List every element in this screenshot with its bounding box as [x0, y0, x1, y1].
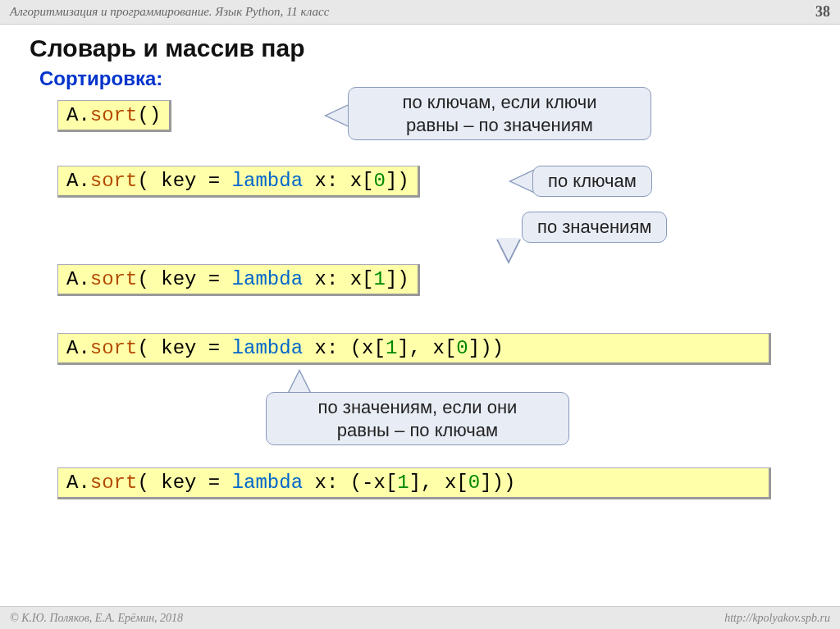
copyright: © К.Ю. Поляков, Е.А. Ерёмин, 2018 [10, 612, 183, 625]
footer-bar: © К.Ю. Поляков, Е.А. Ерёмин, 2018 http:/… [0, 606, 840, 629]
course-label: Алгоритмизация и программирование. Язык … [10, 5, 329, 19]
code-sort-neg-tuple: A.sort( key = lambda x: (-x[1], x[0])) [57, 467, 771, 499]
header-bar: Алгоритмизация и программирование. Язык … [0, 0, 840, 25]
callout-bykey: по ключам [532, 166, 652, 197]
code-sort-key1: A.sort( key = lambda x: x[1]) [57, 264, 420, 296]
code-sort-tuple: A.sort( key = lambda x: (x[1], x[0])) [57, 333, 771, 365]
callout-byvalue: по значениям [522, 212, 667, 243]
code-sort-default: A.sort() [57, 100, 171, 132]
slide-title: Словарь и массив пар [0, 25, 840, 67]
footer-url: http://kpolyakov.spb.ru [724, 612, 830, 625]
callout-tuple: по значениям, если они равны – по ключам [266, 392, 569, 445]
callout-default: по ключам, если ключи равны – по значени… [348, 87, 651, 140]
content-area: A.sort() по ключам, если ключи равны – п… [0, 90, 840, 508]
code-sort-key0: A.sort( key = lambda x: x[0]) [57, 166, 420, 198]
page-number: 38 [815, 3, 830, 21]
